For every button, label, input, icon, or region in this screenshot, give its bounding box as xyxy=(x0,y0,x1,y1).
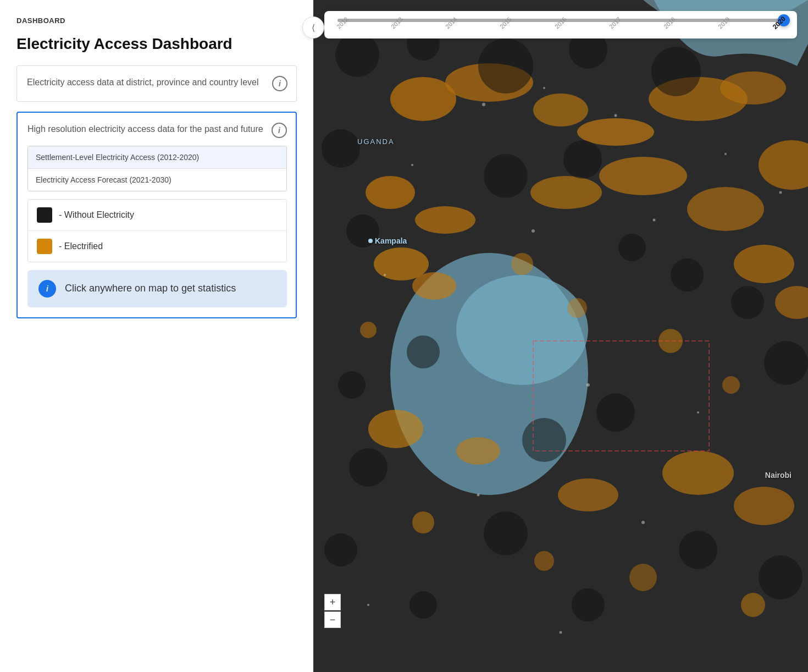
svg-point-39 xyxy=(653,219,656,222)
svg-point-29 xyxy=(412,511,434,533)
year-2018[interactable]: 2018 xyxy=(662,16,677,31)
svg-point-68 xyxy=(572,588,605,621)
legend-item-electrified: - Electrified xyxy=(28,231,286,262)
svg-point-24 xyxy=(360,322,377,338)
year-2017[interactable]: 2017 xyxy=(608,16,623,31)
info-box-text: Click anywhere on map to get statistics xyxy=(65,282,236,295)
svg-point-64 xyxy=(764,341,808,385)
left-panel: ⟨ DASHBOARD Electricity Access Dashboard… xyxy=(0,0,313,672)
year-2015[interactable]: 2015 xyxy=(499,16,513,31)
legend-color-black xyxy=(37,207,52,223)
info-card-1: Electricity access data at district, pro… xyxy=(16,65,297,102)
svg-point-47 xyxy=(367,604,369,606)
svg-point-25 xyxy=(511,253,533,275)
svg-point-57 xyxy=(563,140,602,179)
svg-point-46 xyxy=(641,521,645,524)
year-2012[interactable]: 2012 xyxy=(335,16,350,31)
info-icon-2[interactable]: i xyxy=(272,123,287,138)
svg-point-69 xyxy=(679,531,717,569)
dashboard-label: DASHBOARD xyxy=(16,16,297,25)
sub-option-2[interactable]: Electricity Access Forecast (2021-2030) xyxy=(28,169,286,191)
legend-color-orange xyxy=(37,239,52,254)
svg-point-56 xyxy=(484,154,528,198)
svg-point-66 xyxy=(349,448,388,487)
svg-point-31 xyxy=(629,564,657,591)
map-background xyxy=(313,0,808,672)
legend-section: - Without Electricity - Electrified xyxy=(27,199,287,262)
svg-point-62 xyxy=(338,371,366,399)
svg-point-67 xyxy=(484,511,528,555)
svg-point-37 xyxy=(411,164,413,166)
year-2013[interactable]: 2013 xyxy=(390,16,405,31)
page-title: Electricity Access Dashboard xyxy=(16,35,297,53)
nairobi-map-label: Nairobi xyxy=(765,471,792,480)
svg-point-41 xyxy=(779,191,782,194)
timeline-labels: 2012 2013 2014 2015 2016 2017 2018 2019 … xyxy=(335,25,786,33)
svg-point-30 xyxy=(534,551,554,571)
svg-point-70 xyxy=(759,555,803,599)
svg-point-20 xyxy=(456,437,500,465)
active-card-2: High resolution electricity access data … xyxy=(16,112,297,318)
svg-point-10 xyxy=(415,206,475,234)
svg-point-38 xyxy=(532,229,535,233)
legend-label-without-electricity: - Without Electricity xyxy=(59,210,134,220)
svg-point-12 xyxy=(599,157,687,195)
svg-point-19 xyxy=(368,410,423,448)
zoom-in-button[interactable]: + xyxy=(324,594,341,610)
svg-point-49 xyxy=(335,33,379,77)
svg-point-8 xyxy=(720,71,786,104)
sub-option-1[interactable]: Settlement-Level Electricity Access (201… xyxy=(28,146,286,169)
info-card-1-text: Electricity access data at district, pro… xyxy=(27,76,259,89)
svg-point-44 xyxy=(697,411,699,414)
svg-point-23 xyxy=(734,487,794,525)
svg-point-9 xyxy=(366,176,415,209)
year-2019[interactable]: 2019 xyxy=(717,16,732,31)
svg-point-42 xyxy=(384,274,386,276)
svg-point-45 xyxy=(477,494,480,497)
svg-point-5 xyxy=(533,93,588,126)
svg-point-21 xyxy=(558,478,618,511)
zoom-out-button[interactable]: − xyxy=(324,612,341,628)
svg-point-11 xyxy=(530,176,602,209)
svg-point-16 xyxy=(412,272,456,300)
svg-point-2 xyxy=(456,275,588,385)
svg-point-53 xyxy=(651,47,701,96)
legend-item-without-electricity: - Without Electricity xyxy=(28,200,286,231)
kampala-map-label: Kampala xyxy=(368,236,407,245)
svg-point-32 xyxy=(741,593,765,617)
svg-point-43 xyxy=(586,383,590,387)
svg-point-71 xyxy=(409,591,437,619)
svg-point-34 xyxy=(482,103,485,106)
svg-point-35 xyxy=(543,87,545,89)
svg-point-59 xyxy=(671,258,704,291)
svg-point-48 xyxy=(560,631,562,634)
svg-point-51 xyxy=(478,38,533,93)
timeline-widget: 2012 2013 2014 2015 2016 2017 2018 2019 … xyxy=(324,11,797,38)
svg-point-17 xyxy=(734,245,794,283)
svg-point-22 xyxy=(662,451,734,495)
info-box: i Click anywhere on map to get statistic… xyxy=(27,270,287,307)
legend-label-electrified: - Electrified xyxy=(59,241,103,251)
collapse-button[interactable]: ⟨ xyxy=(302,16,324,38)
svg-point-36 xyxy=(615,114,617,117)
svg-point-63 xyxy=(407,335,440,368)
zoom-controls: + − xyxy=(324,594,341,628)
kampala-dot xyxy=(368,239,373,243)
svg-point-26 xyxy=(567,298,587,318)
sub-options: Settlement-Level Electricity Access (201… xyxy=(27,146,287,191)
svg-point-40 xyxy=(724,153,727,155)
map-panel[interactable]: UGANDA Kampala Nairobi 2012 2013 2014 20… xyxy=(313,0,808,672)
svg-point-72 xyxy=(324,533,357,566)
svg-point-13 xyxy=(687,187,764,231)
year-2016[interactable]: 2016 xyxy=(554,16,568,31)
active-card-text: High resolution electricity access data … xyxy=(27,123,263,136)
active-card-header: High resolution electricity access data … xyxy=(27,123,287,138)
svg-point-65 xyxy=(731,286,764,319)
svg-point-54 xyxy=(322,129,360,168)
svg-point-28 xyxy=(722,376,740,394)
uganda-map-label: UGANDA xyxy=(357,137,395,146)
svg-point-58 xyxy=(618,234,646,261)
info-icon-1[interactable]: i xyxy=(272,76,287,91)
svg-point-61 xyxy=(596,393,635,432)
year-2014[interactable]: 2014 xyxy=(444,16,459,31)
